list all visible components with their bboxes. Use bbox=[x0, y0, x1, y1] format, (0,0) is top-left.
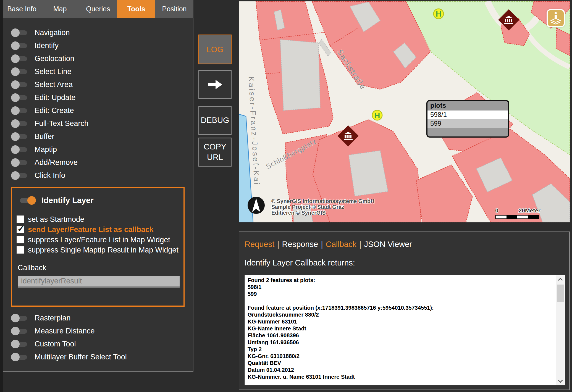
toggle-select-area[interactable]: Select Area bbox=[3, 78, 193, 91]
console-tab-response[interactable]: Response bbox=[282, 240, 318, 249]
svg-text:H: H bbox=[436, 10, 441, 18]
map-courtyard bbox=[280, 40, 320, 111]
toolbox-tabbar: Base Info Map Queries Tools Position bbox=[3, 0, 193, 18]
log-line: Found feature at position (x:1718391.398… bbox=[248, 304, 555, 311]
toggle-switch-icon[interactable] bbox=[12, 121, 27, 126]
tab-tools[interactable]: Tools bbox=[117, 0, 155, 18]
log-line: Typ 2 bbox=[248, 346, 555, 353]
toggle-geolocation[interactable]: Geolocation bbox=[3, 52, 193, 65]
console-panel: Request|Response|Callback|JSON Viewer Id… bbox=[239, 231, 570, 390]
log-line: Qualität BEV bbox=[248, 360, 555, 367]
toggle-switch-icon[interactable] bbox=[12, 329, 27, 334]
toggle-switch-icon[interactable] bbox=[12, 355, 27, 360]
toggle-switch-icon[interactable] bbox=[12, 56, 27, 61]
svg-text:20Meter: 20Meter bbox=[519, 207, 540, 214]
toggle-maptip[interactable]: Maptip bbox=[3, 143, 193, 156]
toggle-multilayer-buffer[interactable]: Multilayer Buffer Select Tool bbox=[3, 351, 193, 364]
toggle-switch-icon[interactable] bbox=[12, 147, 27, 152]
console-tab-callback[interactable]: Callback bbox=[326, 240, 356, 249]
console-tabbar: Request|Response|Callback|JSON Viewer bbox=[245, 240, 412, 249]
info-layers-icon bbox=[548, 10, 564, 26]
map-feature-tooltip: plots 598/1 599 bbox=[426, 100, 509, 138]
toggle-fulltext-search[interactable]: Full-Text Search bbox=[3, 117, 193, 130]
h-stop-marker-icon: H bbox=[434, 9, 444, 19]
tab-separator: | bbox=[277, 240, 279, 249]
log-line: KG-Nummer. u. Name 63101 Innere Stadt bbox=[248, 373, 555, 380]
scroll-down-icon[interactable] bbox=[558, 378, 563, 383]
toggle-edit-create[interactable]: Edit: Create bbox=[3, 104, 193, 117]
console-tab-request[interactable]: Request bbox=[245, 240, 274, 249]
run-arrow-button[interactable] bbox=[198, 70, 232, 99]
log-line: Umfang 161.936506 bbox=[248, 339, 555, 346]
log-line: Grundstücksnummer 880/2 bbox=[248, 311, 555, 318]
identify-layer-options: set as Startmode ✓send Layer/Feature Lis… bbox=[17, 214, 183, 255]
toggle-custom-tool[interactable]: Custom Tool bbox=[3, 338, 193, 351]
checkbox-unchecked-icon[interactable] bbox=[17, 215, 24, 223]
toggle-switch-icon[interactable] bbox=[12, 95, 27, 100]
toggle-select-line[interactable]: Select Line bbox=[3, 65, 193, 78]
scrollbar-thumb[interactable] bbox=[557, 285, 564, 302]
toggle-switch-icon[interactable] bbox=[12, 173, 27, 178]
window-edge bbox=[0, 0, 3, 392]
toggle-switch-on-icon[interactable] bbox=[20, 198, 35, 203]
toggle-rasterplan[interactable]: Rasterplan bbox=[3, 312, 193, 325]
toggle-navigation[interactable]: Navigation bbox=[3, 26, 193, 39]
tab-map[interactable]: Map bbox=[41, 0, 79, 18]
svg-text:Sample Project © Stadt Graz: Sample Project © Stadt Graz bbox=[271, 204, 344, 210]
toggle-switch-icon[interactable] bbox=[12, 134, 27, 139]
toggle-click-info[interactable]: Click Info bbox=[3, 169, 193, 182]
tooltip-feature-row[interactable]: 599 bbox=[427, 119, 508, 128]
toggle-add-remove[interactable]: Add/Remove bbox=[3, 156, 193, 169]
toggle-switch-icon[interactable] bbox=[12, 82, 27, 87]
toggle-switch-icon[interactable] bbox=[12, 316, 27, 321]
checkbox-set-as-startmode[interactable]: set as Startmode bbox=[17, 214, 183, 225]
tab-base-info[interactable]: Base Info bbox=[3, 0, 41, 18]
svg-text:Editieren © SynerGIS: Editieren © SynerGIS bbox=[271, 210, 326, 216]
log-line: Datum 01.04.2012 bbox=[248, 367, 555, 373]
svg-text:© SynerGIS Informationssysteme: © SynerGIS Informationssysteme GmbH bbox=[271, 198, 374, 204]
checkbox-checked-icon[interactable]: ✓ bbox=[17, 226, 24, 233]
app-window: Base Info Map Queries Tools Position Nav… bbox=[0, 0, 572, 392]
checkbox-unchecked-icon[interactable] bbox=[17, 246, 24, 254]
layer-info-button[interactable] bbox=[547, 9, 565, 27]
tab-queries[interactable]: Queries bbox=[79, 0, 117, 18]
log-scrollbar[interactable] bbox=[556, 275, 565, 385]
callback-input[interactable] bbox=[18, 276, 180, 288]
svg-text:0: 0 bbox=[495, 207, 498, 214]
toggle-identify-layer[interactable]: Identify Layer bbox=[20, 196, 183, 205]
identify-layer-box: Identify Layer set as Startmode ✓send La… bbox=[11, 187, 185, 307]
arrow-right-icon bbox=[206, 79, 224, 90]
toggle-buffer[interactable]: Buffer bbox=[3, 130, 193, 143]
log-line: 599 bbox=[248, 291, 555, 298]
toggle-switch-icon[interactable] bbox=[12, 43, 27, 48]
debug-button[interactable]: DEBUG bbox=[198, 106, 232, 135]
log-line: KG-Gnr. 63101880/2 bbox=[248, 353, 555, 360]
toggle-edit-update[interactable]: Edit: Update bbox=[3, 91, 193, 104]
callback-log-output[interactable]: Found 2 features at plots: 598/1 599 Fou… bbox=[245, 275, 565, 385]
map-viewport[interactable]: Kaiser-Franz-Josef-Kai Sackstraße Schloß… bbox=[239, 1, 570, 222]
log-line: KG-Nummer 63101 bbox=[248, 318, 555, 325]
checkbox-suppress-single-maptip[interactable]: suppress Single Maptip Result in Map Wid… bbox=[17, 245, 183, 255]
toggle-measure-distance[interactable]: Measure Distance bbox=[3, 325, 193, 338]
checkbox-unchecked-icon[interactable] bbox=[17, 236, 24, 243]
copy-url-button[interactable]: COPY URL bbox=[198, 138, 232, 167]
toggle-identify[interactable]: Identify bbox=[3, 39, 193, 52]
log-line: Found 2 features at plots: bbox=[248, 277, 555, 284]
tooltip-feature-row[interactable]: 598/1 bbox=[427, 111, 508, 119]
toggle-switch-icon[interactable] bbox=[12, 69, 27, 74]
toggle-switch-icon[interactable] bbox=[12, 108, 27, 113]
console-tab-json-viewer[interactable]: JSON Viewer bbox=[364, 240, 412, 249]
tab-separator: | bbox=[321, 240, 323, 249]
toggle-switch-icon[interactable] bbox=[12, 342, 27, 347]
toggle-switch-icon[interactable] bbox=[12, 160, 27, 165]
log-line: 598/1 bbox=[248, 284, 555, 291]
tab-position[interactable]: Position bbox=[155, 0, 193, 18]
log-button[interactable]: LOG bbox=[198, 35, 232, 64]
checkbox-suppress-layer-feature-list[interactable]: suppress Layer/Feature List in Map Widge… bbox=[17, 235, 183, 245]
compass-icon bbox=[248, 197, 265, 214]
toggle-switch-icon[interactable] bbox=[12, 30, 27, 35]
tooltip-layer-title: plots bbox=[427, 101, 508, 111]
checkbox-send-layer-feature-list[interactable]: ✓send Layer/Feature List as callback bbox=[17, 225, 183, 235]
scroll-up-icon[interactable] bbox=[558, 278, 563, 283]
log-line: Fläche 1061.908396 bbox=[248, 332, 555, 339]
